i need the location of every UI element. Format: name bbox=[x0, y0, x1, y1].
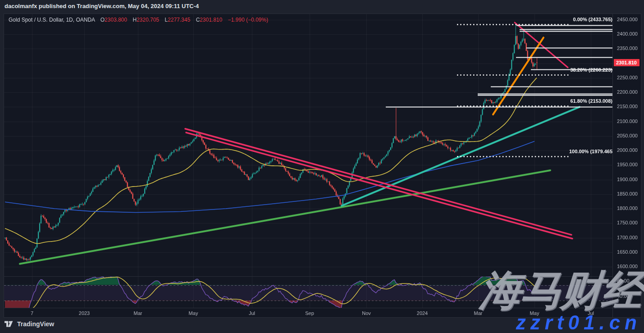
price-tick-label: 1650.000 bbox=[617, 249, 638, 255]
tradingview-brand-text[interactable]: TradingView bbox=[17, 320, 54, 328]
watermark-url: zzrt01.cn bbox=[516, 313, 641, 333]
price-tick-label: 1800.000 bbox=[617, 205, 638, 211]
time-tick-label: Mar bbox=[134, 310, 142, 316]
fib-level-label: 38.20% (2260.223) bbox=[570, 67, 612, 73]
low-value: 2277.345 bbox=[168, 17, 190, 23]
high-label: H bbox=[133, 17, 137, 23]
attribution-text: dacolmanfx published on TradingView.com,… bbox=[5, 3, 199, 9]
watermark-chinese: 海马财经 bbox=[479, 269, 644, 311]
fib-level-label: 0.00% (2433.765) bbox=[573, 17, 612, 22]
last-price-tag: 2301.810 bbox=[614, 59, 639, 66]
price-tick-label: 1900.000 bbox=[617, 177, 638, 182]
open-label: O bbox=[100, 17, 105, 23]
time-tick-label: Sep bbox=[305, 310, 314, 316]
fib-level-label: 100.00% (1979.465 bbox=[569, 149, 612, 154]
time-tick-label: 2024 bbox=[417, 310, 428, 316]
time-tick-label: Nov bbox=[362, 310, 371, 316]
price-tick-label: 2100.000 bbox=[617, 119, 638, 124]
symbol-title[interactable]: Gold Spot / U.S. Dollar, 1D, OANDA bbox=[9, 17, 95, 23]
price-tick-label: 2350.000 bbox=[617, 46, 638, 51]
footer: TradingView bbox=[5, 320, 54, 328]
fib-level-label: 61.80% (2153.008) bbox=[570, 98, 612, 104]
time-tick-label: Jul bbox=[249, 310, 255, 316]
price-tick-label: 2050.000 bbox=[617, 133, 638, 138]
time-tick-label: 2023 bbox=[79, 310, 90, 316]
high-value: 2320.705 bbox=[137, 17, 159, 23]
time-tick-label: 7 bbox=[31, 310, 33, 316]
price-tick-label: 2000.000 bbox=[617, 147, 638, 153]
close-value: 2301.810 bbox=[200, 17, 222, 23]
open-value: 2303.800 bbox=[105, 17, 127, 23]
price-tick-label: 2450.000 bbox=[617, 17, 638, 22]
price-tick-label: 1750.000 bbox=[617, 220, 638, 225]
price-tick-label: 1850.000 bbox=[617, 191, 638, 196]
price-tick-label: 2200.000 bbox=[617, 89, 638, 95]
time-tick-label: May bbox=[189, 310, 198, 316]
chart-legend: Gold Spot / U.S. Dollar, 1D, OANDA O2303… bbox=[9, 17, 268, 23]
tradingview-screenshot: dacolmanfx published on TradingView.com,… bbox=[0, 0, 644, 333]
change-value: −1.990 (−0.09%) bbox=[228, 17, 268, 23]
price-tick-label: 2250.000 bbox=[617, 75, 638, 80]
price-tick-label: 1950.000 bbox=[617, 162, 638, 167]
tradingview-logo-icon[interactable] bbox=[5, 321, 14, 327]
price-tick-label: 1700.000 bbox=[617, 235, 638, 240]
price-tick-label: 2150.000 bbox=[617, 104, 638, 109]
price-tick-label: 2400.000 bbox=[617, 31, 638, 36]
